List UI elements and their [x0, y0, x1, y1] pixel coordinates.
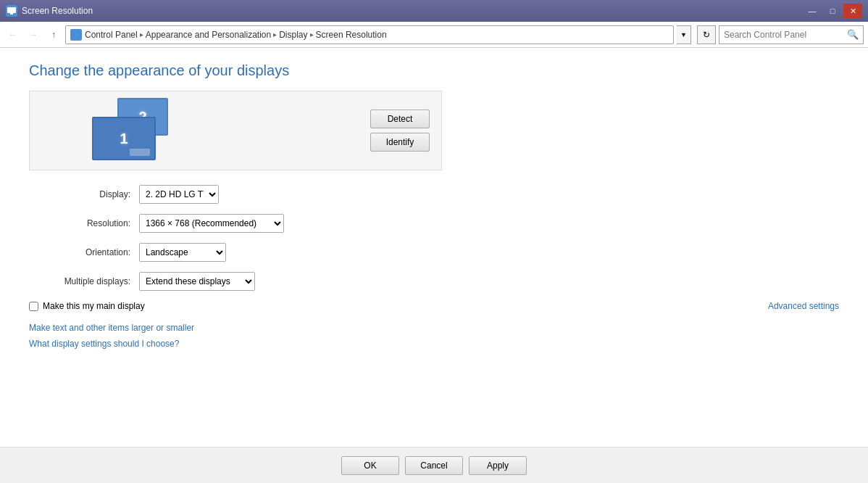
apply-button[interactable]: Apply — [469, 456, 527, 475]
resolution-label: Resolution: — [29, 218, 130, 228]
monitor-1[interactable]: 1 — [92, 117, 156, 160]
main-display-label[interactable]: Make this my main display — [43, 301, 145, 311]
monitor-1-label: 1 — [120, 131, 128, 147]
display-select[interactable]: 2. 2D HD LG TV 1. Generic Non-PnP Monito… — [139, 185, 219, 204]
orientation-label: Orientation: — [29, 247, 130, 257]
detect-button[interactable]: Detect — [370, 110, 430, 128]
orientation-row: Orientation: Landscape Portrait Landscap… — [29, 243, 839, 262]
help-link-text-size[interactable]: Make text and other items larger or smal… — [29, 323, 839, 333]
window-controls: — □ ✕ — [803, 4, 862, 18]
display-row: Display: 2. 2D HD LG TV 1. Generic Non-P… — [29, 185, 839, 204]
bottom-bar: OK Cancel Apply — [0, 447, 868, 483]
search-input[interactable] — [724, 30, 844, 40]
monitor-container: 2 1 — [85, 98, 186, 163]
display-label: Display: — [29, 189, 130, 199]
multiple-displays-row: Multiple displays: Extend these displays… — [29, 272, 839, 291]
address-path[interactable]: Control Panel ▸ Appearance and Personali… — [65, 25, 674, 44]
search-icon: 🔍 — [847, 29, 859, 40]
home-icon — [70, 29, 82, 41]
monitor-icon — [6, 5, 17, 17]
forward-button[interactable]: → — [25, 26, 42, 44]
search-box[interactable]: 🔍 — [719, 25, 864, 44]
breadcrumb-appearance: Appearance and Personalization — [146, 30, 271, 40]
identify-button[interactable]: Identify — [370, 133, 430, 152]
advanced-settings-link[interactable]: Advanced settings — [768, 301, 839, 311]
window-title: Screen Resolution — [22, 6, 93, 16]
address-bar: ← → ↑ Control Panel ▸ Appearance and Per… — [0, 22, 868, 48]
maximize-button[interactable]: □ — [823, 4, 842, 18]
ok-button[interactable]: OK — [341, 456, 399, 475]
svg-rect-0 — [7, 7, 16, 13]
refresh-button[interactable]: ↻ — [697, 25, 716, 44]
minimize-button[interactable]: — — [803, 4, 822, 18]
page-title: Change the appearance of your displays — [29, 62, 839, 79]
multiple-displays-select[interactable]: Extend these displays Duplicate these di… — [139, 272, 255, 291]
resolution-select[interactable]: 1366 × 768 (Recommended) 1280 × 720 1024… — [139, 214, 284, 233]
breadcrumb-display: Display — [279, 30, 307, 40]
breadcrumb-screen-resolution: Screen Resolution — [316, 30, 387, 40]
orientation-select[interactable]: Landscape Portrait Landscape (flipped) P… — [139, 243, 226, 262]
main-display-checkbox[interactable] — [29, 302, 38, 311]
help-link-display-settings[interactable]: What display settings should I choose? — [29, 339, 839, 349]
breadcrumb-control-panel: Control Panel — [85, 30, 138, 40]
checkbox-row: Make this my main display Advanced setti… — [29, 301, 839, 311]
back-button[interactable]: ← — [4, 26, 22, 44]
main-content: Change the appearance of your displays 2… — [0, 48, 868, 483]
multiple-displays-label: Multiple displays: — [29, 276, 130, 286]
cancel-button[interactable]: Cancel — [405, 456, 463, 475]
svg-rect-1 — [10, 13, 13, 15]
detect-identify-panel: Detect Identify — [370, 110, 430, 152]
title-bar-left: Screen Resolution — [6, 5, 93, 17]
close-button[interactable]: ✕ — [843, 4, 862, 18]
title-bar: Screen Resolution — □ ✕ — [0, 0, 868, 22]
address-dropdown[interactable]: ▼ — [677, 25, 691, 44]
up-button[interactable]: ↑ — [45, 26, 62, 44]
resolution-row: Resolution: 1366 × 768 (Recommended) 128… — [29, 214, 839, 233]
display-preview: 2 1 Detect Identify — [29, 91, 442, 170]
